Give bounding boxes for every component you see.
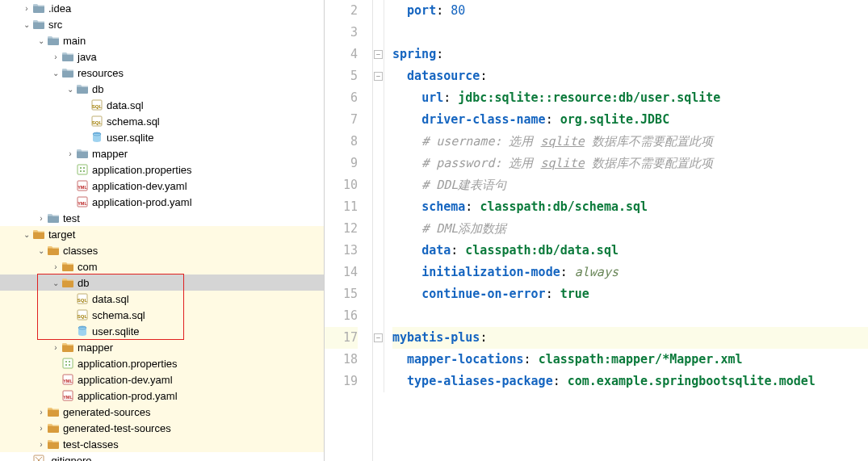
code-line[interactable]: datasource:: [392, 65, 868, 87]
line-number: 5: [325, 65, 358, 87]
code-line[interactable]: [392, 305, 868, 327]
tree-item-test-classes[interactable]: ›test-classes: [0, 436, 324, 452]
chevron-down-icon[interactable]: ⌄: [21, 20, 32, 29]
code-line[interactable]: mybatis-plus:: [392, 327, 868, 349]
svg-text:YML: YML: [63, 395, 73, 400]
code-line[interactable]: continue-on-error: true: [392, 283, 868, 305]
code-line[interactable]: # DML添加数据: [392, 218, 868, 240]
tree-item-label: resources: [78, 67, 124, 79]
tree-item-data-sql[interactable]: ›SQLdata.sql: [0, 291, 324, 307]
tree-item-label: db: [78, 277, 89, 289]
tree-item-application-dev-yaml[interactable]: ›YMLapplication-dev.yaml: [0, 371, 324, 388]
db-icon: [90, 131, 103, 144]
folder-icon: [76, 147, 89, 160]
code-line[interactable]: [392, 22, 868, 44]
tree-item-mapper[interactable]: ›mapper: [0, 339, 324, 355]
svg-point-22: [65, 361, 67, 363]
code-area[interactable]: port: 80spring: datasource: url: jdbc:sq…: [384, 0, 868, 461]
svg-text:SQL: SQL: [78, 298, 88, 303]
code-line[interactable]: mapper-locations: classpath:mapper/*Mapp…: [392, 349, 868, 371]
tree-item-user-sqlite[interactable]: ›user.sqlite: [0, 323, 324, 339]
code-line[interactable]: data: classpath:db/data.sql: [392, 240, 868, 262]
code-line[interactable]: # username: 选用 sqlite 数据库不需要配置此项: [392, 131, 868, 153]
svg-point-8: [83, 167, 85, 169]
chevron-down-icon[interactable]: ⌄: [50, 279, 61, 287]
tree-item-label: db: [92, 83, 103, 95]
chevron-right-icon[interactable]: ›: [36, 440, 47, 449]
chevron-down-icon[interactable]: ⌄: [36, 246, 47, 255]
code-line[interactable]: schema: classpath:db/schema.sql: [392, 196, 868, 218]
tree-item-application-prod-yaml[interactable]: ›YMLapplication-prod.yaml: [0, 194, 324, 210]
svg-text:SQL: SQL: [78, 314, 88, 319]
tree-item-data-sql[interactable]: ›SQLdata.sql: [0, 97, 324, 113]
tree-item--idea[interactable]: ›.idea: [0, 0, 324, 16]
code-line[interactable]: driver-class-name: org.sqlite.JDBC: [392, 109, 868, 131]
chevron-down-icon[interactable]: ⌄: [36, 36, 47, 45]
project-tree[interactable]: ›.idea⌄src⌄main›java⌄resources⌄db›SQLdat…: [0, 0, 325, 461]
line-number: 19: [325, 371, 358, 392]
tree-item-application-properties[interactable]: ›application.properties: [0, 161, 324, 178]
tree-item-classes[interactable]: ⌄classes: [0, 242, 324, 258]
fold-toggle-icon[interactable]: −: [374, 72, 383, 81]
code-line[interactable]: spring:: [392, 44, 868, 65]
tree-item-label: com: [78, 261, 98, 273]
fold-toggle-icon[interactable]: −: [374, 333, 383, 342]
tree-item-application-properties[interactable]: ›application.properties: [0, 355, 324, 371]
tree-item-src[interactable]: ⌄src: [0, 16, 324, 32]
chevron-down-icon[interactable]: ⌄: [21, 230, 32, 239]
tree-item-schema-sql[interactable]: ›SQLschema.sql: [0, 113, 324, 129]
tree-item-application-dev-yaml[interactable]: ›YMLapplication-dev.yaml: [0, 178, 324, 194]
chevron-right-icon[interactable]: ›: [21, 4, 32, 13]
tree-item-main[interactable]: ⌄main: [0, 32, 324, 48]
tree-item-label: application.properties: [78, 358, 178, 370]
db-icon: [76, 325, 89, 337]
tree-item-label: main: [63, 35, 86, 47]
code-line[interactable]: # password: 选用 sqlite 数据库不需要配置此项: [392, 153, 868, 174]
chevron-right-icon[interactable]: ›: [36, 408, 47, 417]
tree-item-user-sqlite[interactable]: ›user.sqlite: [0, 129, 324, 145]
tree-item-label: schema.sql: [92, 309, 145, 321]
fold-column[interactable]: −−−: [373, 0, 384, 392]
tree-item-db[interactable]: ⌄db: [0, 81, 324, 97]
chevron-right-icon[interactable]: ›: [65, 149, 76, 158]
tree-item-db[interactable]: ⌄db: [0, 275, 324, 291]
tree-item-label: target: [48, 228, 75, 241]
tree-item-schema-sql[interactable]: ›SQLschema.sql: [0, 307, 324, 323]
tree-item-resources[interactable]: ⌄resources: [0, 65, 324, 81]
code-line[interactable]: port: 80: [392, 0, 868, 22]
tree-item-generated-test-sources[interactable]: ›generated-test-sources: [0, 420, 324, 436]
line-number: 10: [325, 174, 358, 196]
folder-icon: [61, 66, 74, 79]
tree-item-label: java: [78, 51, 97, 63]
tree-item--gitignore[interactable]: ›.gitignore: [0, 452, 324, 461]
svg-point-10: [83, 170, 85, 172]
svg-text:YML: YML: [78, 201, 87, 206]
code-line[interactable]: type-aliases-package: com.example.spring…: [392, 371, 868, 392]
code-line[interactable]: # DDL建表语句: [392, 174, 868, 196]
tree-item-target[interactable]: ⌄target: [0, 226, 324, 242]
code-line[interactable]: initialization-mode: always: [392, 262, 868, 283]
svg-point-24: [65, 364, 67, 366]
svg-rect-21: [63, 358, 73, 368]
svg-point-7: [80, 167, 82, 169]
tree-item-application-prod-yaml[interactable]: ›YMLapplication-prod.yaml: [0, 388, 324, 404]
tree-item-label: user.sqlite: [92, 325, 140, 337]
tree-item-test[interactable]: ›test: [0, 210, 324, 226]
chevron-right-icon[interactable]: ›: [36, 214, 47, 223]
code-editor[interactable]: 2345678910111213141516171819 −−− port: 8…: [325, 0, 868, 461]
tree-item-java[interactable]: ›java: [0, 48, 324, 65]
code-line[interactable]: url: jdbc:sqlite::resource:db/user.sqlit…: [392, 87, 868, 109]
tree-item-com[interactable]: ›com: [0, 258, 324, 275]
chevron-right-icon[interactable]: ›: [50, 52, 61, 61]
chevron-right-icon[interactable]: ›: [50, 262, 61, 271]
chevron-down-icon[interactable]: ⌄: [65, 85, 76, 94]
sql-icon: SQL: [90, 98, 103, 111]
tree-item-mapper[interactable]: ›mapper: [0, 145, 324, 161]
tree-item-label: generated-test-sources: [63, 422, 171, 434]
line-number: 7: [325, 109, 358, 131]
chevron-right-icon[interactable]: ›: [36, 424, 47, 433]
tree-item-generated-sources[interactable]: ›generated-sources: [0, 404, 324, 420]
chevron-right-icon[interactable]: ›: [50, 343, 61, 352]
chevron-down-icon[interactable]: ⌄: [50, 69, 61, 78]
fold-toggle-icon[interactable]: −: [374, 50, 383, 59]
